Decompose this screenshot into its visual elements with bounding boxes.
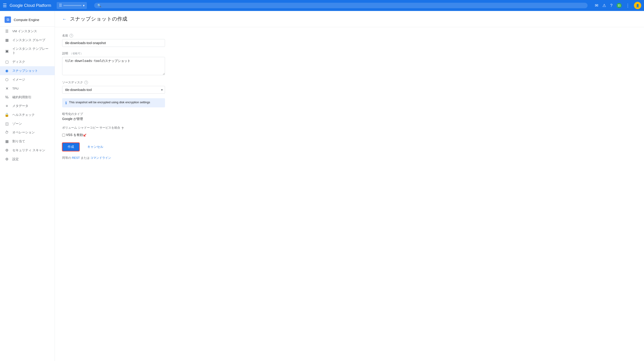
- help-icon[interactable]: ?: [610, 3, 612, 8]
- sidebar-item-label: ディスク: [12, 60, 25, 64]
- sidebar-item-label: ヘルスチェック: [12, 113, 35, 117]
- hamburger-icon[interactable]: ☰: [3, 3, 7, 8]
- metadata-icon: ≡: [4, 104, 9, 108]
- sidebar-item-snapshot[interactable]: ◉ スナップショット: [0, 66, 54, 75]
- sidebar-item-instance-template[interactable]: ▣ インスタンス テンプレート: [0, 44, 54, 57]
- content-header: ← スナップショットの作成: [55, 11, 644, 27]
- assign-icon: ▦: [4, 139, 9, 144]
- source-disk-field-group: ソースディスク ? tile-downloads-tool ▾: [62, 80, 230, 94]
- search-bar[interactable]: 🔍: [94, 3, 588, 8]
- sidebar-item-committed[interactable]: % 確約利用割引: [0, 93, 54, 102]
- source-disk-select-wrap: tile-downloads-tool ▾: [62, 86, 165, 94]
- nav-icons: ✉ ⚠ ? 11 ⋮ 👤: [595, 2, 641, 9]
- vss-section-label: ボリューム シャドーコピー サービスを統合: [62, 126, 120, 130]
- sidebar: ⧉ Compute Engine ☰ VM インスタンス ▦ インスタンス グル…: [0, 11, 55, 361]
- name-field-group: 名前 ?: [62, 34, 230, 47]
- sidebar-item-label: インスタンス グループ: [12, 38, 45, 42]
- sidebar-item-assign[interactable]: ▦ 割り当て: [0, 137, 54, 146]
- content-area: ← スナップショットの作成 名前 ? 説明 （省略可） tile-downloa…: [55, 11, 644, 361]
- sidebar-item-label: 割り当て: [12, 139, 25, 144]
- sidebar-item-label: オペレーション: [12, 130, 35, 134]
- more-icon[interactable]: ⋮: [626, 3, 630, 8]
- sidebar-item-operations[interactable]: ⏱ オペレーション: [0, 128, 54, 137]
- vss-checkbox-label[interactable]: VSS を有効: [66, 133, 83, 137]
- disk-icon: ▢: [4, 60, 9, 64]
- name-help-icon[interactable]: ?: [70, 34, 73, 38]
- name-label: 名前 ?: [62, 34, 230, 38]
- tpu-icon: ✕: [4, 86, 9, 91]
- sidebar-item-disk[interactable]: ▢ ディスク: [0, 57, 54, 66]
- name-input[interactable]: [62, 39, 165, 47]
- project-dots-icon: ⠿: [59, 3, 62, 8]
- encryption-info-box: ℹ This snapshot will be encrypted using …: [62, 98, 165, 108]
- vss-checkbox-row: VSS を有効 ➜: [62, 132, 230, 138]
- info-message: This snapshot will be encrypted using di…: [69, 100, 150, 104]
- description-optional: （省略可）: [70, 52, 83, 56]
- alert-icon[interactable]: ⚠: [602, 3, 606, 8]
- committed-icon: %: [4, 95, 9, 100]
- source-disk-label: ソースディスク ?: [62, 80, 230, 84]
- description-input[interactable]: tile-downloads-toolのスナップショット: [62, 57, 165, 75]
- sidebar-item-label: インスタンス テンプレート: [12, 47, 51, 55]
- project-name: [63, 5, 82, 6]
- zones-icon: ◫: [4, 122, 9, 126]
- sidebar-item-tpu[interactable]: ✕ TPU: [0, 84, 54, 93]
- back-button[interactable]: ←: [62, 16, 67, 22]
- security-icon: ⚙: [4, 148, 9, 152]
- source-disk-select[interactable]: tile-downloads-tool: [62, 86, 165, 94]
- search-input[interactable]: [103, 4, 584, 7]
- cmdline-link[interactable]: コマンドライン: [90, 156, 111, 160]
- sidebar-item-label: メタデータ: [12, 104, 28, 108]
- project-selector[interactable]: ⠿ ▾: [57, 2, 87, 9]
- instance-group-icon: ▦: [4, 38, 9, 42]
- sidebar-item-image[interactable]: ⬡ イメージ: [0, 75, 54, 84]
- encryption-type-value: Google が管理: [62, 117, 230, 121]
- create-button[interactable]: 作成: [62, 142, 80, 151]
- operations-icon: ⏱: [4, 130, 9, 134]
- sidebar-item-label: セキュリティ スキャン: [12, 148, 45, 152]
- healthcheck-icon: 🔒: [4, 113, 9, 117]
- avatar[interactable]: 👤: [634, 2, 641, 9]
- user-badge[interactable]: 11: [616, 3, 622, 8]
- sidebar-item-healthcheck[interactable]: 🔒 ヘルスチェック: [0, 110, 54, 119]
- source-disk-help-icon[interactable]: ?: [84, 81, 88, 84]
- annotation-arrow: ➜: [81, 132, 88, 138]
- sidebar-item-label: TPU: [12, 87, 18, 90]
- mail-icon[interactable]: ✉: [595, 3, 598, 8]
- footer-prefix: 同等の: [62, 156, 71, 160]
- compute-engine-label: Compute Engine: [14, 18, 39, 22]
- sidebar-item-settings[interactable]: ⚙ 設定: [0, 155, 54, 164]
- encryption-type-label: 暗号化のタイプ: [62, 112, 230, 116]
- cancel-button[interactable]: キャンセル: [82, 143, 108, 151]
- rest-link[interactable]: REST: [72, 156, 80, 160]
- description-label: 説明 （省略可）: [62, 52, 230, 56]
- dropdown-arrow-icon: ▾: [83, 4, 84, 7]
- sidebar-item-label: スナップショット: [12, 69, 38, 73]
- footer-links: 同等の REST または コマンドライン: [62, 156, 230, 160]
- brand-name: Google Cloud Platform: [10, 3, 51, 8]
- vss-checkbox[interactable]: [62, 134, 65, 137]
- sidebar-header: ⧉ Compute Engine: [0, 13, 54, 27]
- search-icon: 🔍: [97, 4, 101, 7]
- sidebar-item-metadata[interactable]: ≡ メタデータ: [0, 102, 54, 110]
- sidebar-item-label: イメージ: [12, 78, 25, 82]
- sidebar-item-label: VM インスタンス: [12, 29, 37, 33]
- encryption-type-group: 暗号化のタイプ Google が管理: [62, 112, 230, 121]
- sidebar-item-label: 設定: [12, 157, 19, 161]
- footer-middle: または: [81, 156, 90, 160]
- info-box-group: ℹ This snapshot will be encrypted using …: [62, 98, 230, 108]
- sidebar-item-vm[interactable]: ☰ VM インスタンス: [0, 27, 54, 36]
- create-snapshot-form: 名前 ? 説明 （省略可） tile-downloads-toolのスナップショ…: [55, 27, 238, 166]
- top-nav: ☰ Google Cloud Platform ⠿ ▾ 🔍 ✉ ⚠ ? 11 ⋮…: [0, 0, 644, 11]
- sidebar-item-label: 確約利用割引: [12, 95, 32, 100]
- page-title: スナップショットの作成: [70, 16, 127, 22]
- sidebar-item-instance-group[interactable]: ▦ インスタンス グループ: [0, 36, 54, 44]
- main-layout: ⧉ Compute Engine ☰ VM インスタンス ▦ インスタンス グル…: [0, 11, 644, 361]
- sidebar-item-zones[interactable]: ◫ ゾーン: [0, 119, 54, 128]
- compute-engine-icon: ⧉: [4, 16, 11, 23]
- sidebar-item-security[interactable]: ⚙ セキュリティ スキャン: [0, 146, 54, 155]
- action-buttons: 作成 キャンセル: [62, 142, 230, 151]
- vss-help-icon[interactable]: ?: [122, 126, 124, 130]
- instance-template-icon: ▣: [4, 49, 9, 53]
- info-icon: ℹ: [65, 101, 67, 105]
